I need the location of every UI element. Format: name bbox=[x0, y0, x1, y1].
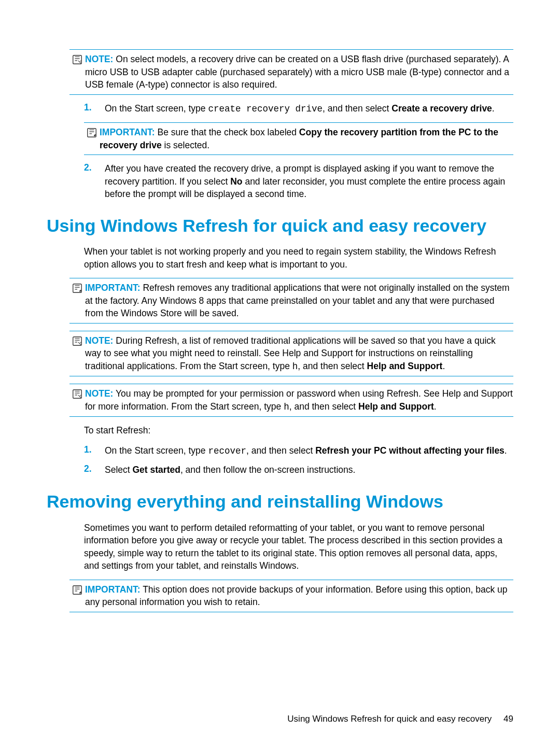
ordered-list: 2. After you have created the recovery d… bbox=[84, 162, 513, 201]
list-text: On the Start screen, type create recover… bbox=[105, 102, 513, 116]
important-label: IMPORTANT: bbox=[85, 283, 141, 293]
note-label: NOTE: bbox=[85, 54, 113, 64]
important-callout: IMPORTANT: Refresh removes any tradition… bbox=[69, 278, 513, 324]
ordered-list: 1. On the Start screen, type recover, an… bbox=[84, 444, 513, 476]
important-icon bbox=[84, 127, 100, 138]
list-text: After you have created the recovery driv… bbox=[105, 162, 513, 201]
ordered-list: 1. On the Start screen, type create reco… bbox=[84, 102, 513, 116]
important-icon bbox=[69, 283, 85, 294]
paragraph: When your tablet is not working properly… bbox=[84, 245, 513, 271]
important-text: IMPORTANT: This option does not provide … bbox=[85, 583, 513, 609]
important-text: IMPORTANT: Be sure that the check box la… bbox=[100, 126, 513, 151]
list-number: 1. bbox=[84, 102, 105, 113]
list-item: 1. On the Start screen, type create reco… bbox=[84, 102, 513, 116]
section-heading: Removing everything and reinstalling Win… bbox=[47, 491, 513, 512]
footer-title: Using Windows Refresh for quick and easy… bbox=[287, 714, 492, 724]
list-item: 1. On the Start screen, type recover, an… bbox=[84, 444, 513, 458]
section-heading: Using Windows Refresh for quick and easy… bbox=[47, 215, 513, 236]
document-page: NOTE: On select models, a recovery drive… bbox=[0, 0, 560, 745]
paragraph: Sometimes you want to perform detailed r… bbox=[84, 522, 513, 572]
note-callout: NOTE: On select models, a recovery drive… bbox=[69, 49, 513, 95]
page-footer: Using Windows Refresh for quick and easy… bbox=[287, 714, 513, 724]
note-icon bbox=[69, 388, 85, 400]
note-body: On select models, a recovery drive can b… bbox=[85, 54, 509, 90]
important-label: IMPORTANT: bbox=[85, 584, 141, 595]
note-callout: NOTE: You may be prompted for your permi… bbox=[69, 384, 513, 417]
list-number: 1. bbox=[84, 444, 105, 455]
note-icon bbox=[69, 54, 85, 65]
list-text: Select Get started, and then follow the … bbox=[105, 463, 513, 476]
list-item: 2. Select Get started, and then follow t… bbox=[84, 463, 513, 476]
code-text: create recovery drive bbox=[208, 104, 323, 114]
note-label: NOTE: bbox=[85, 335, 113, 346]
list-number: 2. bbox=[84, 162, 105, 173]
page-number: 49 bbox=[503, 714, 513, 724]
note-icon bbox=[69, 335, 85, 347]
important-label: IMPORTANT: bbox=[100, 127, 155, 137]
important-text: IMPORTANT: Refresh removes any tradition… bbox=[85, 282, 513, 320]
important-callout: IMPORTANT: Be sure that the check box la… bbox=[84, 122, 513, 155]
note-label: NOTE: bbox=[85, 388, 113, 399]
note-text: NOTE: On select models, a recovery drive… bbox=[85, 53, 513, 91]
note-text: NOTE: You may be prompted for your permi… bbox=[85, 387, 513, 413]
paragraph: To start Refresh: bbox=[84, 424, 513, 437]
note-text: NOTE: During Refresh, a list of removed … bbox=[85, 334, 513, 373]
note-callout: NOTE: During Refresh, a list of removed … bbox=[69, 331, 513, 377]
list-text: On the Start screen, type recover, and t… bbox=[105, 444, 513, 458]
important-callout: IMPORTANT: This option does not provide … bbox=[69, 580, 513, 612]
code-text: recover bbox=[208, 446, 246, 456]
list-number: 2. bbox=[84, 463, 105, 474]
code-text: h bbox=[284, 402, 289, 412]
code-text: h bbox=[292, 361, 298, 372]
important-icon bbox=[69, 584, 85, 596]
list-item: 2. After you have created the recovery d… bbox=[84, 162, 513, 201]
